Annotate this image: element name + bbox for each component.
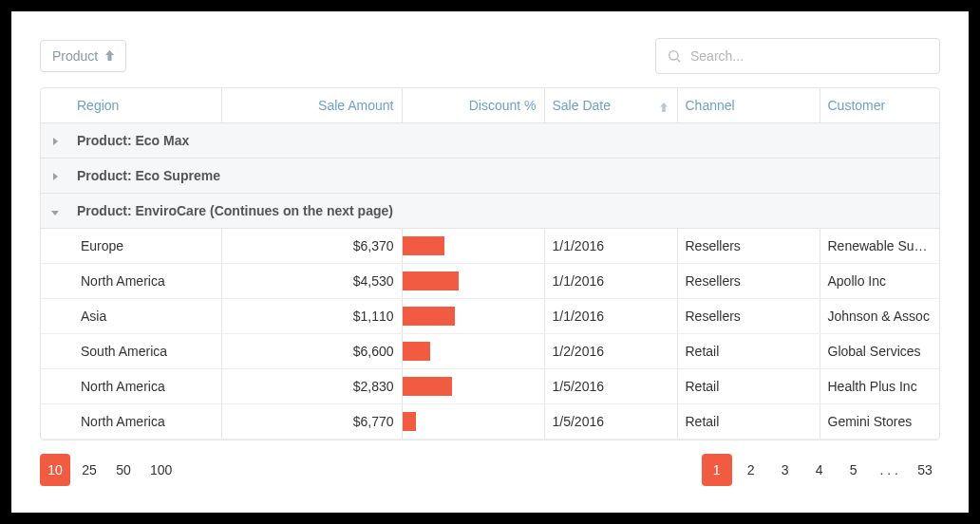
cell-region: South America bbox=[41, 334, 221, 369]
group-label: Product: Eco Supreme bbox=[69, 159, 939, 194]
cell-region: Europe bbox=[41, 229, 221, 264]
cell-channel: Resellers bbox=[677, 299, 820, 334]
page-size-option[interactable]: 100 bbox=[142, 454, 179, 486]
cell-sale-date: 1/1/2016 bbox=[544, 229, 677, 264]
data-grid: Region Sale Amount Discount % Sale Date … bbox=[40, 87, 940, 440]
page-size-selector: 102550100 bbox=[40, 454, 179, 486]
search-icon bbox=[667, 48, 682, 64]
col-region[interactable]: Region bbox=[69, 88, 221, 123]
page-number[interactable]: 2 bbox=[736, 454, 766, 486]
cell-customer: Global Services bbox=[820, 334, 939, 369]
group-header-row[interactable]: Product: Eco Supreme bbox=[41, 159, 939, 194]
page-number[interactable]: 3 bbox=[770, 454, 801, 486]
group-by-chip[interactable]: Product bbox=[40, 40, 126, 72]
cell-region: North America bbox=[41, 264, 221, 299]
cell-sale-date: 1/2/2016 bbox=[544, 334, 677, 369]
table-row[interactable]: Asia$1,1101/1/2016ResellersJohnson & Ass… bbox=[41, 299, 939, 334]
discount-bar bbox=[403, 236, 445, 255]
cell-region: North America bbox=[41, 404, 221, 440]
col-expand bbox=[41, 88, 69, 123]
cell-discount-bar bbox=[402, 404, 544, 440]
cell-sale-amount: $6,370 bbox=[221, 229, 402, 264]
cell-sale-amount: $1,110 bbox=[221, 299, 402, 334]
table-row[interactable]: North America$6,7701/5/2016RetailGemini … bbox=[41, 404, 939, 440]
chevron-down-icon[interactable] bbox=[51, 211, 59, 215]
col-channel[interactable]: Channel bbox=[677, 88, 820, 123]
page-ellipsis: . . . bbox=[873, 454, 906, 486]
cell-discount-bar bbox=[402, 334, 544, 369]
discount-bar bbox=[403, 307, 455, 326]
cell-discount-bar bbox=[402, 229, 544, 264]
cell-channel: Retail bbox=[677, 369, 820, 404]
discount-bar bbox=[403, 342, 431, 361]
cell-region: North America bbox=[41, 369, 221, 404]
cell-discount-bar bbox=[402, 369, 544, 404]
page-size-option[interactable]: 50 bbox=[108, 454, 139, 486]
cell-sale-date: 1/5/2016 bbox=[544, 369, 677, 404]
cell-sale-amount: $6,600 bbox=[221, 334, 402, 369]
cell-channel: Retail bbox=[677, 334, 820, 369]
cell-customer: Gemini Stores bbox=[820, 404, 939, 440]
cell-sale-amount: $6,770 bbox=[221, 404, 402, 440]
cell-customer: Apollo Inc bbox=[820, 264, 939, 299]
col-sale-amount[interactable]: Sale Amount bbox=[221, 88, 402, 123]
svg-point-0 bbox=[669, 51, 678, 60]
arrow-up-icon bbox=[660, 100, 668, 115]
page-number[interactable]: 1 bbox=[702, 454, 732, 486]
page-number[interactable]: 5 bbox=[839, 454, 869, 486]
page-number[interactable]: 4 bbox=[804, 454, 835, 486]
chevron-right-icon[interactable] bbox=[53, 173, 58, 180]
cell-channel: Retail bbox=[677, 404, 820, 440]
cell-sale-date: 1/1/2016 bbox=[544, 264, 677, 299]
cell-customer: Renewable Supplies bbox=[820, 229, 939, 264]
group-label: Product: Eco Max bbox=[69, 123, 939, 159]
svg-line-1 bbox=[677, 59, 680, 62]
cell-discount-bar bbox=[402, 299, 544, 334]
cell-discount-bar bbox=[402, 264, 544, 299]
page-navigator: 12345. . .53 bbox=[702, 454, 940, 486]
cell-sale-amount: $4,530 bbox=[221, 264, 402, 299]
cell-customer: Health Plus Inc bbox=[820, 369, 939, 404]
chevron-right-icon[interactable] bbox=[53, 138, 58, 145]
group-header-row[interactable]: Product: EnviroCare (Continues on the ne… bbox=[41, 194, 939, 229]
discount-bar bbox=[403, 377, 452, 396]
group-header-row[interactable]: Product: Eco Max bbox=[41, 123, 939, 159]
search-input[interactable] bbox=[655, 38, 940, 74]
col-sale-date[interactable]: Sale Date bbox=[544, 88, 677, 123]
cell-channel: Resellers bbox=[677, 264, 820, 299]
table-row[interactable]: South America$6,6001/2/2016RetailGlobal … bbox=[41, 334, 939, 369]
cell-region: Asia bbox=[41, 299, 221, 334]
page-number[interactable]: 53 bbox=[910, 454, 940, 486]
page-size-option[interactable]: 10 bbox=[40, 454, 70, 486]
table-row[interactable]: North America$2,8301/5/2016RetailHealth … bbox=[41, 369, 939, 404]
cell-sale-date: 1/1/2016 bbox=[544, 299, 677, 334]
group-label: Product: EnviroCare (Continues on the ne… bbox=[69, 194, 939, 229]
group-by-label: Product bbox=[52, 48, 98, 64]
cell-channel: Resellers bbox=[677, 229, 820, 264]
table-row[interactable]: Europe$6,3701/1/2016ResellersRenewable S… bbox=[41, 229, 939, 264]
page-size-option[interactable]: 25 bbox=[74, 454, 104, 486]
table-row[interactable]: North America$4,5301/1/2016ResellersApol… bbox=[41, 264, 939, 299]
col-customer[interactable]: Customer bbox=[820, 88, 939, 123]
cell-customer: Johnson & Assoc bbox=[820, 299, 939, 334]
cell-sale-amount: $2,830 bbox=[221, 369, 402, 404]
discount-bar bbox=[403, 271, 460, 290]
arrow-up-icon bbox=[105, 48, 114, 64]
cell-sale-date: 1/5/2016 bbox=[544, 404, 677, 440]
col-discount-pct[interactable]: Discount % bbox=[402, 88, 544, 123]
discount-bar bbox=[403, 412, 417, 431]
